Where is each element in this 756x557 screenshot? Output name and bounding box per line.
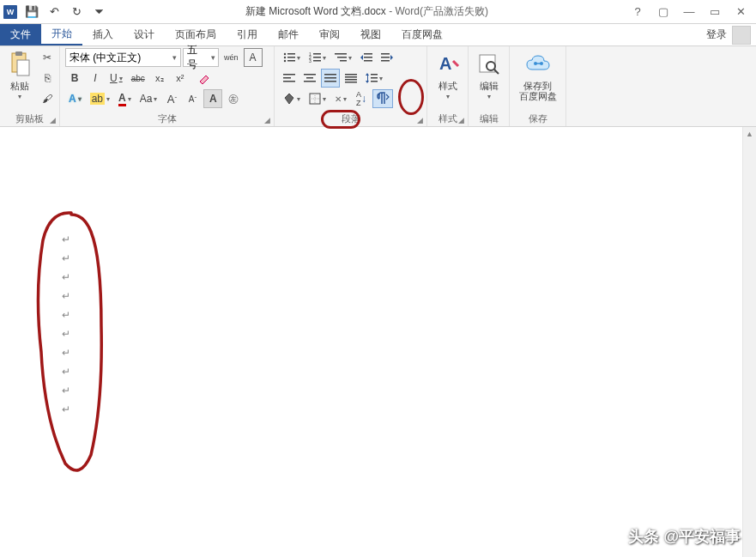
undo-button[interactable]: ↶ (45, 3, 64, 21)
paragraph-mark: ↵ (62, 362, 70, 381)
svg-rect-37 (367, 76, 368, 81)
redo-button[interactable]: ↻ (67, 3, 86, 21)
svg-rect-19 (364, 57, 372, 58)
underline-button[interactable]: U (106, 69, 126, 88)
svg-rect-17 (340, 60, 347, 62)
increase-indent-button[interactable] (378, 48, 396, 67)
svg-rect-35 (345, 79, 357, 81)
help-button[interactable]: ? (626, 3, 650, 21)
restore-button[interactable]: ▭ (703, 3, 727, 21)
grow-font-button[interactable]: Aˆ (162, 89, 181, 108)
tab-insert[interactable]: 插入 (82, 24, 124, 45)
bullets-button[interactable] (280, 48, 304, 67)
svg-rect-20 (364, 60, 372, 62)
align-distributed-button[interactable] (342, 69, 360, 88)
clipboard-launcher[interactable]: ◢ (47, 115, 57, 125)
group-save-label: 保存 (515, 112, 560, 126)
scroll-up-arrow-icon[interactable]: ▲ (743, 127, 756, 141)
title-bar: W 💾 ↶ ↻ ⏷ 新建 Microsoft Word 文档.docx - Wo… (0, 0, 756, 24)
svg-rect-2 (17, 60, 29, 76)
svg-rect-10 (313, 53, 321, 55)
tab-file[interactable]: 文件 (0, 24, 41, 45)
multilevel-list-button[interactable] (331, 48, 355, 67)
page-canvas[interactable]: ↵↵↵↵↵↵↵↵↵↵ (0, 127, 756, 557)
paragraph-launcher[interactable]: ◢ (414, 115, 425, 125)
svg-rect-4 (287, 53, 295, 55)
editing-label: 编辑 (480, 81, 499, 91)
tab-view[interactable]: 视图 (350, 24, 391, 45)
enclose-char-button[interactable]: ㊧ (224, 89, 243, 108)
tab-review[interactable]: 审阅 (309, 24, 350, 45)
paragraph-mark: ↵ (62, 249, 70, 268)
save-to-baidu-button[interactable]: 保存到 百度网盘 (516, 48, 560, 103)
line-spacing-button[interactable] (362, 69, 386, 88)
italic-button[interactable]: I (86, 69, 105, 88)
text-effects-button[interactable]: A (65, 89, 85, 108)
char-shading-button[interactable]: A (203, 89, 222, 108)
tab-mailings[interactable]: 邮件 (268, 24, 309, 45)
phonetic-guide-button[interactable]: wén (221, 48, 242, 67)
tab-home[interactable]: 开始 (41, 24, 82, 45)
font-size-combo[interactable]: 五号 (183, 48, 219, 67)
svg-text:A: A (439, 54, 451, 73)
paragraph-mark: ↵ (62, 381, 70, 400)
sort-button[interactable]: AZ↓ (352, 89, 371, 108)
char-border-button[interactable]: A (244, 48, 263, 67)
align-justify-button[interactable] (321, 69, 340, 88)
decrease-indent-button[interactable] (357, 48, 376, 67)
minimize-button[interactable]: — (677, 3, 701, 21)
svg-rect-36 (345, 82, 357, 83)
tab-references[interactable]: 引用 (227, 24, 268, 45)
paragraph-mark: ↵ (62, 343, 70, 362)
account-login[interactable]: 登录 (698, 24, 756, 45)
svg-rect-14 (313, 60, 321, 62)
svg-text:3: 3 (309, 58, 311, 63)
close-button[interactable]: ✕ (729, 3, 753, 21)
baidu-netdisk-icon (525, 50, 551, 79)
ribbon-display-button[interactable]: ▢ (651, 3, 675, 21)
align-left-button[interactable] (280, 69, 299, 88)
strikethrough-button[interactable]: abc (128, 69, 148, 88)
tab-baidu-netdisk[interactable]: 百度网盘 (391, 24, 453, 45)
vertical-scrollbar[interactable]: ▲ (742, 127, 756, 557)
annotation-loop-icon (24, 206, 118, 481)
change-case-button[interactable]: Aa (136, 89, 161, 108)
svg-rect-33 (345, 74, 357, 76)
font-launcher[interactable]: ◢ (262, 115, 272, 125)
paste-button[interactable]: 粘贴 ▾ (5, 48, 34, 102)
shading-button[interactable] (280, 89, 304, 108)
format-painter-button[interactable]: 🖌 (38, 89, 57, 108)
tab-design[interactable]: 设计 (124, 24, 165, 45)
svg-rect-8 (287, 60, 295, 62)
svg-rect-12 (313, 57, 321, 58)
copy-button[interactable]: ⎘ (38, 69, 57, 88)
editing-button[interactable]: 编辑 ▾ (474, 48, 505, 102)
font-color-button[interactable]: A (115, 89, 135, 108)
asian-layout-button[interactable]: ✕ (331, 89, 350, 108)
save-baidu-label: 保存到 百度网盘 (519, 81, 557, 101)
svg-rect-38 (371, 74, 378, 76)
styles-launcher[interactable]: ◢ (456, 115, 466, 125)
group-paragraph: 123 ✕ AZ↓ (275, 46, 427, 126)
svg-rect-18 (364, 53, 372, 55)
subscript-button[interactable]: x₂ (150, 69, 169, 88)
svg-point-5 (284, 57, 286, 58)
group-clipboard: 粘贴 ▾ ✂ ⎘ 🖌 剪贴板 ◢ (0, 46, 60, 126)
show-hide-marks-button[interactable] (372, 89, 393, 108)
align-center-button[interactable] (300, 69, 319, 88)
highlight-button[interactable]: ab (87, 89, 113, 108)
save-button[interactable]: 💾 (22, 3, 41, 21)
svg-point-7 (284, 60, 286, 62)
font-name-combo[interactable]: 宋体 (中文正文) (65, 48, 181, 67)
customize-qat-button[interactable]: ⏷ (89, 3, 108, 21)
styles-button[interactable]: A 样式 ▾ (432, 48, 463, 102)
group-paragraph-label: 段落 (280, 112, 421, 126)
bold-button[interactable]: B (65, 69, 84, 88)
cut-button[interactable]: ✂ (38, 48, 57, 67)
svg-rect-31 (324, 77, 336, 79)
borders-button[interactable] (305, 89, 330, 108)
numbering-button[interactable]: 123 (305, 48, 330, 67)
watermark-text: 头条 @平安福事 (628, 526, 741, 547)
paragraph-mark: ↵ (62, 324, 70, 343)
shrink-font-button[interactable]: Aˇ (183, 89, 202, 108)
